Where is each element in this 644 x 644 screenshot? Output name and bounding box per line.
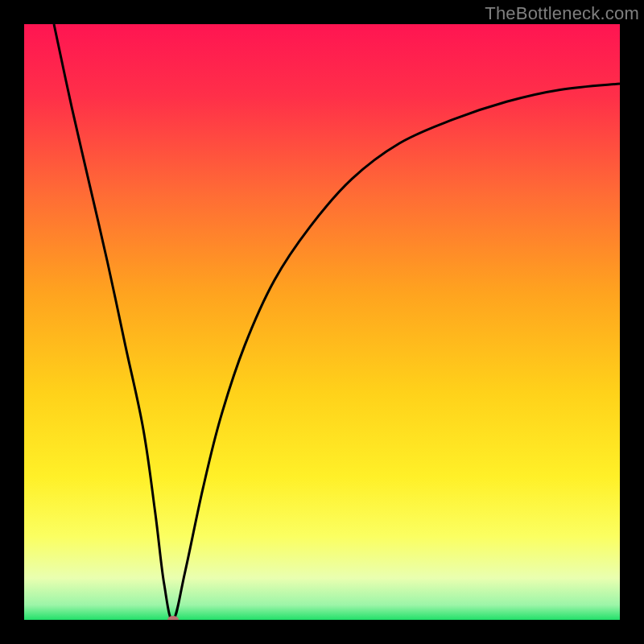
watermark-text: TheBottleneck.com <box>485 3 639 24</box>
chart-frame <box>24 24 620 620</box>
chart-svg <box>24 24 620 620</box>
chart-background <box>24 24 620 620</box>
